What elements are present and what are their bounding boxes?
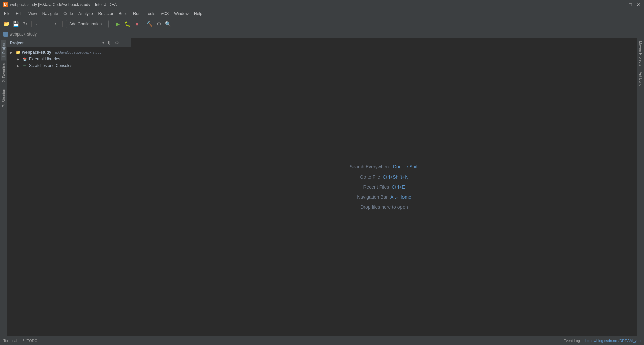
menu-item-file[interactable]: File [1, 11, 13, 17]
terminal-tab[interactable]: Terminal [3, 339, 17, 343]
scratches-icon: ✏ [22, 63, 28, 68]
hint-label-navbar: Navigation Bar [357, 194, 388, 200]
hint-shortcut-recent: Ctrl+E [392, 184, 405, 190]
tree-arrow-scratches: ▶ [17, 64, 21, 68]
toolbar-separator-2 [62, 21, 63, 27]
sidebar-item-structure[interactable]: 7: Structure [1, 85, 6, 110]
hint-row-goto: Go to File Ctrl+Shift+N [360, 174, 409, 180]
tree-label-webpack-study: webpack-study [22, 50, 51, 55]
hint-row-recent: Recent Files Ctrl+E [363, 184, 405, 190]
tree-item-scratches[interactable]: ▶ ✏ Scratches and Consoles [7, 62, 131, 69]
toolbar-separator-4 [143, 21, 143, 27]
window-controls: ─ □ ✕ [619, 2, 641, 8]
panel-settings-button[interactable]: ⚙ [114, 40, 120, 46]
menu-bar: FileEditViewNavigateCodeAnalyzeRefactorB… [0, 9, 644, 18]
hint-label-recent: Recent Files [363, 184, 389, 190]
hint-shortcut-goto: Ctrl+Shift+N [383, 174, 408, 180]
library-icon: 📚 [22, 56, 28, 62]
sdk-button[interactable]: ⚙ [154, 20, 163, 28]
toolbar-separator-1 [31, 21, 32, 27]
tree-label-scratches: Scratches and Consoles [29, 63, 72, 68]
panel-header: Project ▾ ⇅ ⚙ — [7, 38, 131, 48]
breadcrumb: webpack-study [10, 32, 37, 37]
drop-hint: Drop files here to open [360, 204, 408, 210]
sidebar-item-ant[interactable]: Ant Build [638, 69, 643, 89]
menu-item-window[interactable]: Window [171, 11, 191, 17]
menu-item-tools[interactable]: Tools [143, 11, 158, 17]
menu-item-view[interactable]: View [25, 11, 40, 17]
project-panel: Project ▾ ⇅ ⚙ — ▶ 📁 webpack-study E:\Jav… [7, 38, 131, 336]
add-configuration-button[interactable]: Add Configuration... [66, 20, 109, 28]
tree-arrow-external-libraries: ▶ [17, 57, 21, 61]
hint-label-search: Search Everywhere [350, 164, 390, 169]
menu-item-navigate[interactable]: Navigate [40, 11, 61, 17]
toolbar-separator-3 [112, 21, 112, 27]
menu-item-help[interactable]: Help [191, 11, 205, 17]
menu-item-build[interactable]: Build [116, 11, 130, 17]
sidebar-item-favorites[interactable]: 2: Favorites [1, 60, 6, 85]
save-button[interactable]: 💾 [11, 20, 20, 28]
revert-button[interactable]: ↩ [52, 20, 61, 28]
toolbar: 📁 💾 ↻ ← → ↩ Add Configuration... ▶ 🐛 ■ 🔨… [0, 18, 644, 30]
back-button[interactable]: ← [33, 20, 42, 28]
status-right: Event Log https://blog.csdn.net/DREAM_ya… [563, 339, 641, 343]
menu-item-edit[interactable]: Edit [13, 11, 25, 17]
tree-label-external-libraries: External Libraries [29, 57, 60, 61]
stop-button[interactable]: ■ [132, 20, 141, 28]
project-breadcrumb-icon [3, 32, 8, 37]
panel-title: Project [10, 41, 101, 45]
search-everywhere-button[interactable]: 🔍 [164, 20, 172, 28]
panel-dropdown[interactable]: ▾ [102, 41, 104, 45]
hint-shortcut-navbar: Alt+Home [390, 194, 411, 200]
sidebar-item-maven[interactable]: Maven Projects [638, 38, 643, 69]
left-sidebar-tabs: 1: Project 2: Favorites 7: Structure [0, 38, 7, 336]
tree-item-external-libraries[interactable]: ▶ 📚 External Libraries [7, 56, 131, 62]
todo-tab[interactable]: 6: TODO [23, 339, 38, 343]
status-link[interactable]: https://blog.csdn.net/DREAM_yao [585, 339, 641, 343]
hint-shortcut-search: Double Shift [393, 164, 419, 169]
close-button[interactable]: ✕ [635, 2, 641, 8]
menu-item-vcs[interactable]: VCS [158, 11, 172, 17]
main-layout: 1: Project 2: Favorites 7: Structure Pro… [0, 38, 644, 336]
breadcrumb-bar: webpack-study [0, 30, 644, 38]
open-folder-button[interactable]: 📁 [2, 20, 11, 28]
project-icon: 📁 [15, 50, 21, 55]
menu-item-refactor[interactable]: Refactor [96, 11, 116, 17]
hint-row-navbar: Navigation Bar Alt+Home [357, 194, 411, 200]
run-button[interactable]: ▶ [114, 20, 122, 28]
panel-sync-button[interactable]: ⇅ [106, 40, 112, 46]
sync-button[interactable]: ↻ [21, 20, 30, 28]
tree-arrow-webpack-study: ▶ [10, 51, 14, 54]
project-tree: ▶ 📁 webpack-study E:\JavaCode\webpack-st… [7, 48, 131, 336]
menu-item-code[interactable]: Code [61, 11, 76, 17]
right-sidebar: Maven Projects Ant Build [637, 38, 644, 336]
sidebar-item-project[interactable]: 1: Project [1, 40, 6, 60]
hint-row-search: Search Everywhere Double Shift [350, 164, 419, 169]
title-text: webpack-study [E:\JavaCode\webpack-study… [10, 2, 619, 7]
event-log-label[interactable]: Event Log [563, 339, 580, 343]
maximize-button[interactable]: □ [627, 2, 633, 8]
title-bar: IJ webpack-study [E:\JavaCode\webpack-st… [0, 0, 644, 9]
minimize-button[interactable]: ─ [619, 2, 625, 8]
debug-button[interactable]: 🐛 [123, 20, 132, 28]
tree-item-webpack-study[interactable]: ▶ 📁 webpack-study E:\JavaCode\webpack-st… [7, 49, 131, 56]
hint-label-goto: Go to File [360, 174, 380, 180]
menu-item-run[interactable]: Run [130, 11, 143, 17]
build-button[interactable]: 🔨 [145, 20, 154, 28]
panel-collapse-button[interactable]: — [122, 40, 128, 46]
tree-path-webpack-study: E:\JavaCode\webpack-study [55, 50, 101, 54]
menu-item-analyze[interactable]: Analyze [76, 11, 96, 17]
status-bar: Terminal 6: TODO Event Log https://blog.… [0, 336, 644, 345]
editor-area: Search Everywhere Double Shift Go to Fil… [131, 38, 637, 336]
app-icon: IJ [3, 2, 8, 7]
forward-button[interactable]: → [43, 20, 51, 28]
